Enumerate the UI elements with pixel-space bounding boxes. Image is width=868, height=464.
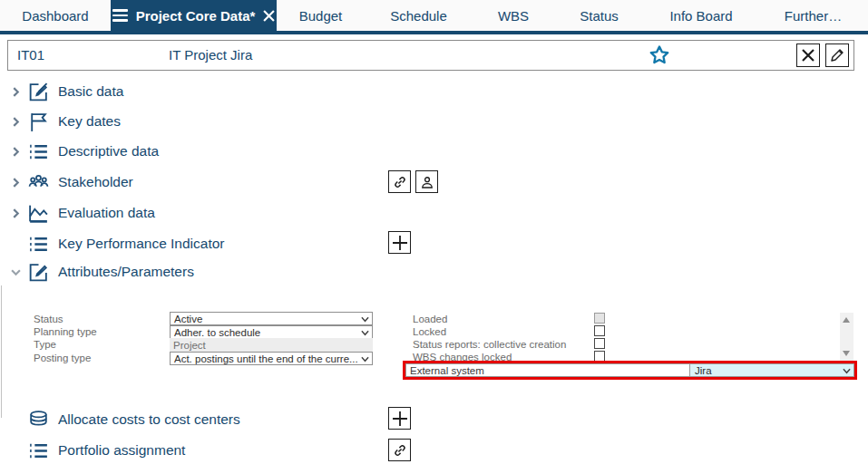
status-reports-checkbox[interactable] xyxy=(594,338,605,349)
stakeholder-person-button[interactable] xyxy=(415,170,438,193)
chevron-down-icon[interactable] xyxy=(11,267,21,277)
select-value: Active xyxy=(174,314,202,324)
field-label: Planning type xyxy=(34,326,97,337)
locked-checkbox[interactable] xyxy=(594,325,605,336)
chevron-right-icon[interactable] xyxy=(11,208,21,218)
tab-label: Further… xyxy=(785,8,842,24)
posting-type-select[interactable]: Act. postings until the end of the curre… xyxy=(170,352,373,365)
field-label: External system xyxy=(410,365,484,376)
field-label: Type xyxy=(34,339,56,350)
panel-scrollbar[interactable] xyxy=(840,313,853,361)
tab-further[interactable]: Further… xyxy=(758,0,868,31)
tab-label: Schedule xyxy=(390,8,447,24)
section-stakeholder[interactable]: Stakeholder xyxy=(0,170,381,194)
checkbox-label: Status reports: collective creation xyxy=(413,339,566,350)
section-portfolio-assignment[interactable]: Portfolio assignment xyxy=(0,439,381,462)
external-system-highlight: External system Jira xyxy=(403,361,857,380)
chevron-down-icon xyxy=(361,316,369,323)
link-icon xyxy=(393,175,407,189)
section-key-performance-indicator[interactable]: Key Performance Indicator xyxy=(0,232,381,256)
close-icon xyxy=(801,48,815,63)
section-descriptive-data[interactable]: Descriptive data xyxy=(0,140,381,163)
chevron-right-icon[interactable] xyxy=(11,87,21,97)
section-attributes-parameters[interactable]: Attributes/Parameters xyxy=(0,260,381,284)
loaded-checkbox xyxy=(594,313,605,324)
section-label: Allocate costs to cost centers xyxy=(58,411,240,428)
tab-label: Budget xyxy=(299,8,343,24)
close-button[interactable] xyxy=(796,44,820,67)
project-id: IT01 xyxy=(17,47,44,63)
checkbox-label: Loaded xyxy=(413,314,447,324)
portfolio-link-button[interactable] xyxy=(388,439,411,461)
section-label: Stakeholder xyxy=(58,174,133,190)
section-label: Basic data xyxy=(58,83,123,100)
list-icon xyxy=(27,233,50,256)
tab-bar: Dashboard Project Core Data* Budget Sche… xyxy=(0,0,868,31)
checkbox-label: Locked xyxy=(413,326,446,337)
select-value: Act. postings until the end of the curre… xyxy=(174,353,358,364)
tabbar-underline xyxy=(0,31,868,34)
field-label: Posting type xyxy=(34,353,91,363)
plus-icon xyxy=(392,411,408,427)
scroll-up-arrow-icon[interactable] xyxy=(843,317,850,323)
chevron-right-icon[interactable] xyxy=(11,147,21,157)
field-label: Status xyxy=(34,314,63,324)
section-basic-data[interactable]: Basic data xyxy=(0,80,381,103)
tab-budget[interactable]: Budget xyxy=(277,0,365,31)
tab-label: Project Core Data* xyxy=(136,8,256,24)
section-allocate-costs[interactable]: Allocate costs to cost centers xyxy=(0,408,381,431)
section-label: Key dates xyxy=(58,113,121,130)
kpi-add-button[interactable] xyxy=(388,231,411,254)
section-evaluation-data[interactable]: Evaluation data xyxy=(0,201,381,225)
tab-schedule[interactable]: Schedule xyxy=(365,0,473,31)
stakeholder-link-button[interactable] xyxy=(388,170,411,193)
chevron-right-icon[interactable] xyxy=(11,178,21,188)
pencil-icon xyxy=(830,48,844,63)
list-icon xyxy=(27,140,50,163)
coins-icon xyxy=(27,409,50,431)
menu-icon[interactable] xyxy=(112,9,128,22)
tab-wbs[interactable]: WBS xyxy=(473,0,554,31)
section-indent-line xyxy=(1,285,2,418)
tab-label: Status xyxy=(580,8,619,24)
flag-icon xyxy=(27,111,50,133)
person-icon xyxy=(420,175,434,189)
favorite-star-icon[interactable] xyxy=(648,44,671,67)
tab-info-board[interactable]: Info Board xyxy=(644,0,758,31)
type-readonly-field: Project xyxy=(170,338,373,352)
section-label: Attributes/Parameters xyxy=(58,264,194,280)
section-label: Evaluation data xyxy=(58,205,155,221)
tab-label: Info Board xyxy=(669,8,732,24)
section-label: Key Performance Indicator xyxy=(58,236,225,252)
tab-dashboard[interactable]: Dashboard xyxy=(0,0,111,31)
plus-icon xyxy=(392,235,408,251)
link-icon xyxy=(393,443,407,458)
chart-icon xyxy=(27,202,50,225)
list-icon xyxy=(27,440,50,462)
section-label: Descriptive data xyxy=(58,143,159,160)
chevron-down-icon xyxy=(361,356,369,362)
select-value: Jira xyxy=(695,365,712,376)
select-value: Adher. to schedule xyxy=(174,327,260,338)
tab-label: WBS xyxy=(498,8,529,24)
allocate-costs-add-button[interactable] xyxy=(388,407,411,430)
status-select[interactable]: Active xyxy=(170,312,373,325)
project-header: IT01 IT Project Jira xyxy=(7,40,854,71)
chevron-down-icon xyxy=(843,368,851,374)
chevron-right-icon[interactable] xyxy=(11,117,21,127)
close-tab-icon[interactable] xyxy=(263,10,275,22)
section-label: Portfolio assignment xyxy=(58,442,185,459)
app-window: Dashboard Project Core Data* Budget Sche… xyxy=(0,0,868,464)
planning-type-select[interactable]: Adher. to schedule xyxy=(170,325,373,339)
section-key-dates[interactable]: Key dates xyxy=(0,110,381,133)
project-title: IT Project Jira xyxy=(169,47,252,63)
edit-button[interactable] xyxy=(825,44,849,67)
tab-status[interactable]: Status xyxy=(554,0,644,31)
chevron-down-icon xyxy=(361,330,369,336)
tab-project-core-data[interactable]: Project Core Data* xyxy=(111,0,277,31)
external-system-select[interactable]: Jira xyxy=(689,363,854,377)
tab-label: Dashboard xyxy=(22,8,88,24)
scroll-down-arrow-icon[interactable] xyxy=(843,351,850,356)
edit-icon xyxy=(27,81,50,103)
edit-icon xyxy=(27,261,50,284)
